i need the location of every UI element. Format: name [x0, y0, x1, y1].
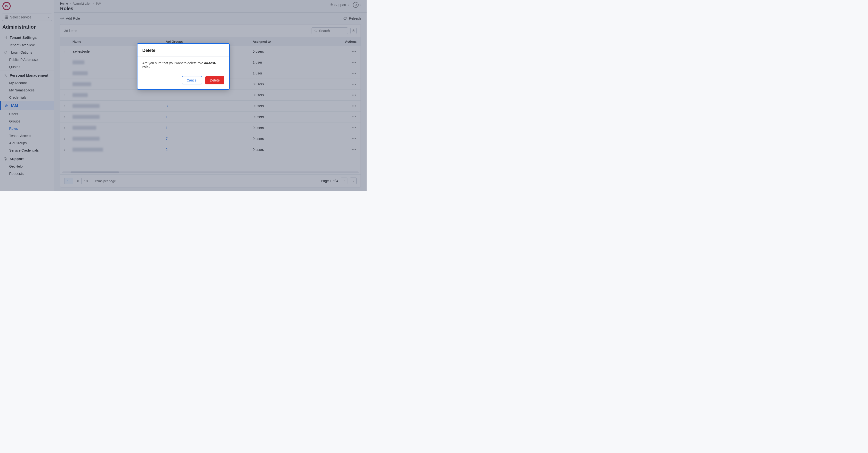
cancel-button[interactable]: Cancel: [182, 76, 202, 84]
modal-overlay[interactable]: Delete Are you sure that you want to del…: [0, 0, 367, 191]
modal-message: Are you sure that you want to delete rol…: [137, 57, 229, 73]
delete-confirmation-modal: Delete Are you sure that you want to del…: [137, 44, 229, 89]
delete-confirm-button[interactable]: Delete: [205, 76, 224, 84]
modal-title: Delete: [137, 44, 229, 57]
